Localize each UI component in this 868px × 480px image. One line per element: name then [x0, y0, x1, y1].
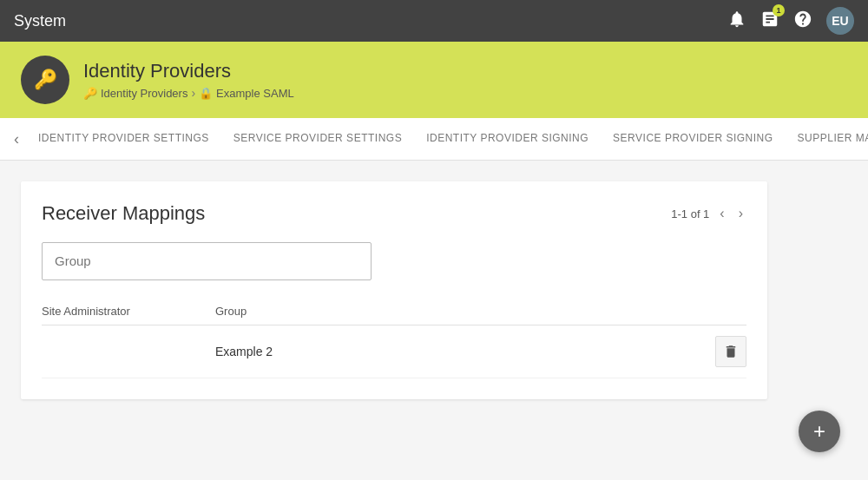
page-title: Identity Providers	[83, 60, 294, 82]
topbar: System 1 EU	[0, 0, 868, 42]
breadcrumb-lock-icon: 🔒	[199, 87, 213, 100]
card-title: Receiver Mappings	[42, 202, 205, 225]
tab-bar-back-icon[interactable]: ‹	[7, 118, 26, 160]
header-icon-circle: 🔑	[21, 56, 69, 104]
breadcrumb-identity-providers[interactable]: Identity Providers	[101, 87, 187, 100]
help-icon[interactable]	[793, 10, 812, 33]
col-header-group: Group	[215, 305, 746, 318]
tab-identity-provider-signing[interactable]: IDENTITY PROVIDER SIGNING	[414, 118, 601, 160]
tab-supplier-mappings[interactable]: SUPPLIER MAPPINGS	[786, 118, 868, 160]
user-avatar[interactable]: EU	[826, 7, 854, 35]
pagination-text: 1-1 of 1	[671, 207, 709, 220]
breadcrumb-separator: ›	[191, 86, 195, 100]
analytics-icon[interactable]: 1	[760, 10, 779, 33]
col-header-site-admin: Site Administrator	[42, 305, 215, 318]
row-value: Example 2	[215, 345, 694, 358]
card-header: Receiver Mappings 1-1 of 1 ‹ ›	[42, 202, 746, 225]
pagination: 1-1 of 1 ‹ ›	[671, 202, 746, 225]
table-header-row: Site Administrator Group	[42, 298, 746, 325]
pagination-prev-btn[interactable]: ‹	[716, 202, 727, 225]
key-icon: 🔑	[34, 69, 57, 91]
tab-service-provider-settings[interactable]: SERVICE PROVIDER SETTINGS	[221, 118, 414, 160]
group-input-wrap[interactable]	[42, 242, 372, 280]
header-section: 🔑 Identity Providers 🔑 Identity Provider…	[0, 42, 868, 118]
table-row: Example 2	[42, 325, 746, 378]
breadcrumb: 🔑 Identity Providers › 🔒 Example SAML	[83, 86, 294, 100]
header-text: Identity Providers 🔑 Identity Providers …	[83, 60, 294, 100]
tab-identity-provider-settings[interactable]: IDENTITY PROVIDER SETTINGS	[26, 118, 221, 160]
analytics-badge: 1	[773, 4, 785, 16]
tab-service-provider-signing[interactable]: SERVICE PROVIDER SIGNING	[601, 118, 785, 160]
group-input[interactable]	[55, 253, 358, 268]
notifications-icon[interactable]	[727, 10, 746, 33]
tab-bar: ‹ IDENTITY PROVIDER SETTINGS SERVICE PRO…	[0, 118, 868, 161]
breadcrumb-current: 🔒 Example SAML	[199, 87, 294, 100]
row-action	[694, 336, 746, 367]
pagination-next-btn[interactable]: ›	[735, 202, 746, 225]
breadcrumb-icon-key: 🔑	[83, 87, 97, 100]
main-content: Receiver Mappings 1-1 of 1 ‹ › Site Admi…	[0, 161, 868, 420]
topbar-icons: 1 EU	[727, 7, 854, 35]
app-title: System	[14, 12, 66, 30]
delete-button[interactable]	[715, 336, 746, 367]
receiver-mappings-card: Receiver Mappings 1-1 of 1 ‹ › Site Admi…	[21, 181, 767, 399]
